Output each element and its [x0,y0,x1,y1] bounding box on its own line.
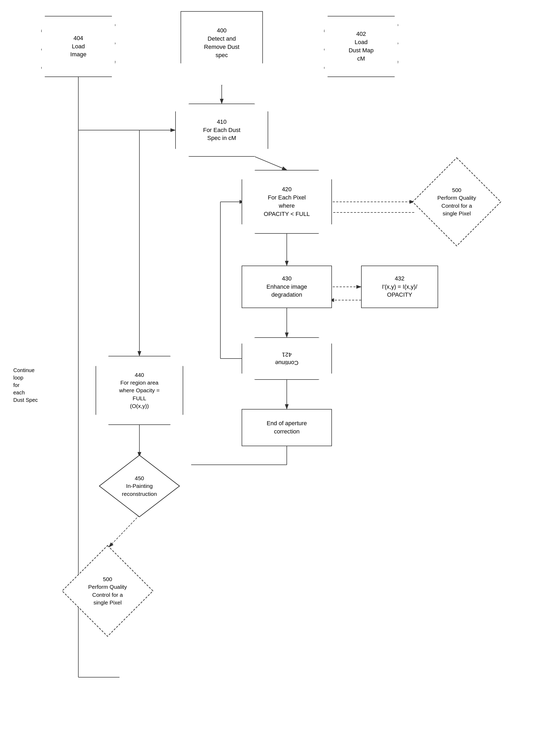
detect-remove-label: 400Detect andRemove Dustspec [204,26,239,70]
svg-line-5 [255,157,287,170]
detect-remove-shape: 400Detect andRemove Dustspec [181,11,263,85]
for-each-pixel-shape: 420For Each PixelwhereOPACITY < FULL [242,170,332,234]
continue-421-label: Continue421 [275,350,298,367]
svg-line-17 [109,515,139,547]
load-image-label: 404LoadImage [70,34,86,59]
perform-qc-bottom-label: 500Perform QualityControl for asingle Pi… [78,575,137,607]
perform-qc-top-shape: 500Perform QualityControl for asingle Pi… [412,157,502,247]
perform-qc-bottom-shape: 500Perform QualityControl for asingle Pi… [61,544,154,637]
formula-label: 432I'(x,y) = I(x,y)/OPACITY [382,275,417,299]
for-each-dust-label: 410For Each DustSpec in cM [203,118,241,142]
for-each-dust-shape: 410For Each DustSpec in cM [175,104,268,157]
in-painting-label: 450In-Paintingreconstruction [113,474,166,498]
end-aperture-label: End of aperturecorrection [266,419,307,436]
enhance-shape: 430Enhance imagedegradation [242,265,332,308]
enhance-label: 430Enhance imagedegradation [266,275,307,299]
for-region-label: 440For region areawhere Opacity =FULL(O(… [119,371,160,410]
flowchart-diagram: 404LoadImage 400Detect andRemove Dustspe… [0,0,560,754]
for-region-shape: 440For region areawhere Opacity =FULL(O(… [96,356,183,425]
perform-qc-top-label: 500Perform QualityControl for asingle Pi… [427,186,486,218]
continue-421-shape: Continue421 [242,337,332,380]
in-painting-shape: 450In-Paintingreconstruction [98,454,181,518]
load-image-shape: 404LoadImage [41,16,116,77]
for-each-pixel-label: 420For Each PixelwhereOPACITY < FULL [264,185,309,218]
formula-shape: 432I'(x,y) = I(x,y)/OPACITY [361,265,438,308]
continue-loop-label: ContinueloopforeachDust Spec [13,366,51,404]
end-aperture-shape: End of aperturecorrection [242,409,332,446]
load-dust-map-shape: 402LoadDust MapcM [324,16,398,77]
load-dust-map-label: 402LoadDust MapcM [348,30,374,63]
